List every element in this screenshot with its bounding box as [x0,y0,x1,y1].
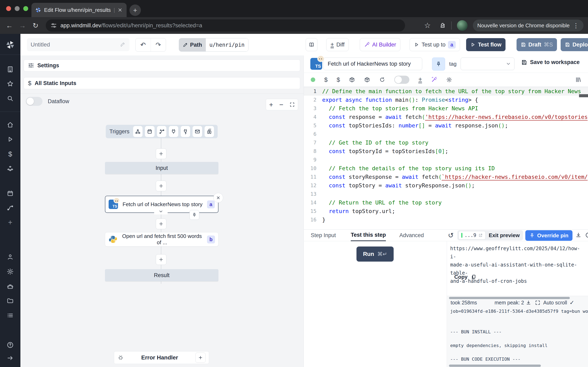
test-up-to-button[interactable]: Test up to a [410,38,460,51]
maximize-window-button[interactable] [23,6,28,11]
result-node[interactable]: Result [105,269,218,281]
variables-icon[interactable]: $ [8,150,12,158]
code-line[interactable]: 4 const response = await fetch('https://… [304,113,588,121]
log-pane[interactable]: took 258ms mem peak: 2 Auto scroll ✓ job… [447,296,588,367]
tab-close-icon[interactable] [118,8,122,12]
job-pill[interactable]: ...9 [458,231,485,240]
windmill-logo[interactable] [6,40,15,50]
log-scrollbar-top[interactable] [449,297,570,299]
reload-icon[interactable] [379,77,385,83]
routes-icon[interactable] [7,204,14,211]
code-editor[interactable]: 1// Define the main function to fetch th… [304,87,588,229]
copy-button[interactable]: Copy [454,274,476,280]
browser-tab[interactable]: Edit Flow u/henri/pin_results | [31,3,127,17]
library-icon[interactable] [575,77,581,83]
forward-icon[interactable]: → [16,22,29,30]
undo-button[interactable]: ↶ [136,38,151,51]
code-line[interactable]: 6 [304,130,588,138]
tab-test-this-step[interactable]: Test this step [351,230,386,241]
step-name-input[interactable]: Fetch url of HackerNews top story [323,58,422,70]
chrome-update-button[interactable]: Nouvelle version de Chrome disponible ⋮ [473,20,584,31]
http-route-trigger-icon[interactable] [157,126,166,137]
external-link-icon[interactable] [478,233,483,238]
websocket-trigger-icon[interactable] [181,126,190,137]
package-icon[interactable] [349,77,355,83]
code-line[interactable]: 1// Define the main function to fetch th… [304,87,588,95]
all-static-inputs-row[interactable]: $ All Static Inputs [24,77,300,89]
logs-icon[interactable] [7,312,14,319]
variables-icon[interactable]: $ [324,76,328,83]
add-step-button[interactable] [156,149,166,159]
schedule-trigger-icon[interactable] [145,126,154,137]
input-node[interactable]: Input [105,162,218,174]
pin-button-active[interactable] [432,58,445,71]
pinned-result-icon[interactable] [190,210,199,220]
diff-button[interactable]: ± Diff [326,38,349,51]
search-icon[interactable] [7,95,14,102]
redo-button[interactable]: ↷ [151,38,166,51]
code-line[interactable]: 5 const topStoriesIds: number[] = await … [304,121,588,130]
add-icon[interactable]: + [8,218,12,227]
draft-button[interactable]: Draft ⌘S [517,38,557,51]
address-bar[interactable]: app.windmill.dev/flows/edit/u/henri/pin_… [46,19,405,32]
favorites-star-icon[interactable] [7,80,14,87]
code-line[interactable]: 7 // Get the ID of the top story [304,138,588,147]
code-line[interactable]: 10 // Fetch the details of the top story… [304,164,588,173]
auto-scroll-label[interactable]: Auto scroll [543,300,567,306]
add-step-button[interactable] [156,218,166,229]
schedules-icon[interactable] [7,190,14,197]
reload-icon[interactable]: ↻ [29,21,42,30]
diff-mode-toggle[interactable] [394,76,409,84]
path-button[interactable]: Path u/henri/pin [179,38,249,52]
workers-icon[interactable] [7,283,14,290]
extensions-icon[interactable] [439,22,446,29]
bookmark-star-icon[interactable]: ☆ [421,21,434,30]
add-step-button[interactable] [156,181,166,191]
triggers-bar[interactable]: Triggers [106,125,218,138]
poll-trigger-icon[interactable] [205,126,214,137]
code-line[interactable]: 13 [304,190,588,198]
deploy-button[interactable]: Deploy [561,38,588,51]
settings-gear-icon[interactable] [7,268,14,275]
code-line[interactable]: 8 const topStoryId = topStoriesIds[0]; [304,147,588,155]
user-icon[interactable] [7,253,14,260]
download-icon[interactable] [575,232,581,238]
code-line[interactable]: 16} [304,215,588,224]
collapse-step-icon[interactable] [154,208,168,215]
docs-book-button[interactable] [306,38,318,51]
info-icon[interactable] [585,232,588,238]
ai-wand-icon[interactable] [431,77,437,83]
step-node-b[interactable]: Open url and fetch first 500 words of ..… [105,232,218,247]
workspace-icon[interactable] [7,66,14,73]
back-icon[interactable]: ← [3,22,16,30]
email-trigger-icon[interactable] [192,126,202,137]
code-line[interactable]: 3 // Fetch the top stories from Hacker N… [304,104,588,113]
browser-menu-icon[interactable]: ⋮ [573,22,579,29]
error-handler-node[interactable]: Error Handler [114,351,209,364]
test-flow-button[interactable]: Test flow [466,38,506,51]
script-settings-gear-icon[interactable] [446,77,452,83]
expand-logs-icon[interactable] [535,300,540,305]
run-button[interactable]: Run ⌘↵ [356,247,394,262]
add-error-handler-button[interactable] [195,352,206,363]
expand-sidebar-icon[interactable] [7,355,14,361]
save-to-workspace-button[interactable]: Save to workspace [521,59,580,66]
flow-settings-row[interactable]: Settings [24,59,300,71]
kafka-trigger-icon[interactable] [169,126,178,137]
code-line[interactable]: 15 return topStory.url; [304,207,588,215]
code-line[interactable]: 2export async function main(): Promise<s… [304,95,588,104]
log-scrollbar-bottom[interactable] [449,365,541,367]
tab-step-input[interactable]: Step Input [311,230,336,241]
code-line[interactable]: 14 // Return the URL of the top story [304,198,588,207]
resources-icon[interactable] [7,165,14,172]
package-icon[interactable] [364,77,370,83]
diff-icon[interactable]: ± [418,76,422,83]
avatar[interactable] [457,20,467,31]
webhook-trigger-icon[interactable] [133,126,143,137]
zoom-in-button[interactable]: + [269,101,273,109]
exit-preview-button[interactable]: Exit preview [489,232,522,239]
tag-select[interactable] [461,58,515,70]
code-line[interactable]: 11 const storyResponse = await fetch(`ht… [304,173,588,181]
add-step-button[interactable] [156,254,166,265]
delete-step-icon[interactable] [213,193,223,203]
